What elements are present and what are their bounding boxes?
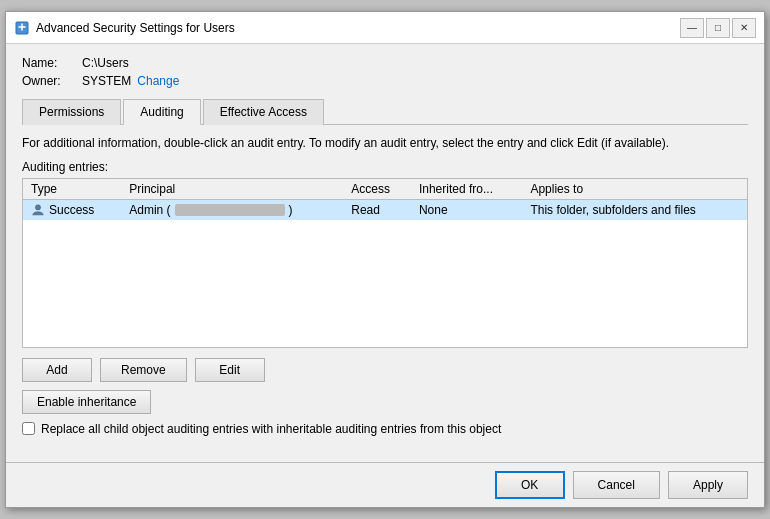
owner-label: Owner: (22, 74, 82, 88)
owner-row: Owner: SYSTEM Change (22, 74, 748, 88)
apply-button[interactable]: Apply (668, 471, 748, 499)
name-row: Name: C:\Users (22, 56, 748, 70)
table-row[interactable]: Success Admin ( ) Read None This folder,… (23, 199, 747, 220)
tab-description: For additional information, double-click… (22, 135, 748, 152)
cell-inherited: None (411, 199, 522, 220)
header-row: Type Principal Access Inherited fro... A… (23, 179, 747, 200)
col-type: Type (23, 179, 121, 200)
col-inherited: Inherited fro... (411, 179, 522, 200)
tab-permissions[interactable]: Permissions (22, 99, 121, 125)
blurred-principal (175, 204, 285, 216)
cell-type: Success (23, 199, 121, 220)
action-buttons: Add Remove Edit (22, 358, 748, 382)
title-bar-left: Advanced Security Settings for Users (14, 20, 235, 36)
col-applies: Applies to (522, 179, 747, 200)
table-body: Success Admin ( ) Read None This folder,… (23, 199, 747, 220)
enable-inheritance-button[interactable]: Enable inheritance (22, 390, 151, 414)
cancel-button[interactable]: Cancel (573, 471, 660, 499)
title-bar: Advanced Security Settings for Users — □… (6, 12, 764, 44)
name-label: Name: (22, 56, 82, 70)
table-header: Type Principal Access Inherited fro... A… (23, 179, 747, 200)
window-title: Advanced Security Settings for Users (36, 21, 235, 35)
svg-point-1 (35, 205, 40, 210)
cell-principal: Admin ( ) (121, 199, 343, 220)
dialog-footer: OK Cancel Apply (6, 462, 764, 507)
add-button[interactable]: Add (22, 358, 92, 382)
replace-checkbox-label: Replace all child object auditing entrie… (41, 422, 501, 436)
auditing-entries-label: Auditing entries: (22, 160, 748, 174)
user-icon (31, 203, 45, 217)
cell-access: Read (343, 199, 411, 220)
edit-button[interactable]: Edit (195, 358, 265, 382)
tab-auditing[interactable]: Auditing (123, 99, 200, 125)
main-window: Advanced Security Settings for Users — □… (5, 11, 765, 508)
close-button[interactable]: ✕ (732, 18, 756, 38)
cell-applies: This folder, subfolders and files (522, 199, 747, 220)
name-value: C:\Users (82, 56, 129, 70)
auditing-table-container: Type Principal Access Inherited fro... A… (22, 178, 748, 348)
col-access: Access (343, 179, 411, 200)
tab-effective-access[interactable]: Effective Access (203, 99, 324, 125)
remove-button[interactable]: Remove (100, 358, 187, 382)
maximize-button[interactable]: □ (706, 18, 730, 38)
ok-button[interactable]: OK (495, 471, 565, 499)
change-link[interactable]: Change (137, 74, 179, 88)
replace-checkbox-row: Replace all child object auditing entrie… (22, 422, 748, 436)
minimize-button[interactable]: — (680, 18, 704, 38)
col-principal: Principal (121, 179, 343, 200)
owner-value: SYSTEM (82, 74, 131, 88)
replace-checkbox[interactable] (22, 422, 35, 435)
window-icon (14, 20, 30, 36)
auditing-table: Type Principal Access Inherited fro... A… (23, 179, 747, 220)
tab-bar: Permissions Auditing Effective Access (22, 98, 748, 125)
title-controls: — □ ✕ (680, 18, 756, 38)
dialog-content: Name: C:\Users Owner: SYSTEM Change Perm… (6, 44, 764, 462)
